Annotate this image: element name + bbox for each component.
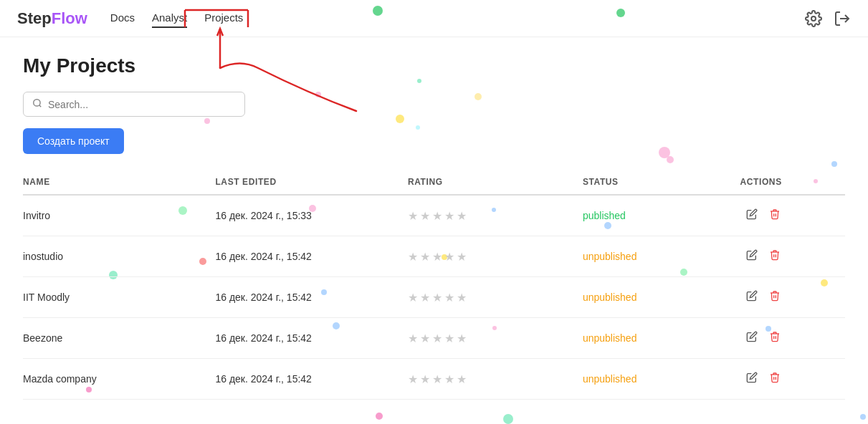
- star-icon[interactable]: ★: [408, 209, 418, 223]
- cell-edited: 16 дек. 2024 г., 15:42: [215, 236, 407, 277]
- page-title: My Projects: [23, 54, 845, 77]
- cell-edited: 16 дек. 2024 г., 15:33: [215, 195, 407, 236]
- search-container: [23, 92, 245, 117]
- star-icon[interactable]: ★: [457, 209, 467, 223]
- table-row: Invitro16 дек. 2024 г., 15:33★★★★★publis…: [23, 195, 845, 236]
- delete-button[interactable]: [763, 206, 786, 226]
- star-icon[interactable]: ★: [432, 209, 442, 223]
- edit-button[interactable]: [740, 287, 763, 307]
- star-icon[interactable]: ★: [457, 291, 467, 304]
- logo-step: Step: [17, 9, 52, 27]
- status-badge: unpublished: [583, 373, 637, 385]
- header-right: [805, 10, 851, 27]
- cell-name: IIT Moodly: [23, 277, 215, 318]
- settings-icon[interactable]: [805, 10, 822, 27]
- projects-table: NAME LAST EDITED RATING STATUS ACTIONS I…: [23, 171, 845, 400]
- star-icon[interactable]: ★: [420, 372, 430, 386]
- cell-status: published: [583, 195, 740, 236]
- delete-button[interactable]: [763, 328, 786, 348]
- star-icon[interactable]: ★: [408, 372, 418, 386]
- header: StepFlow Docs Analyst Projects: [0, 0, 868, 37]
- nav-item-analyst[interactable]: Analyst: [152, 9, 187, 28]
- edit-button[interactable]: [740, 246, 763, 266]
- star-icon[interactable]: ★: [408, 332, 418, 345]
- table-body: Invitro16 дек. 2024 г., 15:33★★★★★publis…: [23, 195, 845, 400]
- cell-name: Beezone: [23, 318, 215, 359]
- edit-button[interactable]: [740, 206, 763, 226]
- delete-button[interactable]: [763, 246, 786, 266]
- star-icon[interactable]: ★: [432, 250, 442, 264]
- star-icon[interactable]: ★: [444, 332, 454, 345]
- col-header-actions: ACTIONS: [740, 171, 845, 195]
- star-icon[interactable]: ★: [420, 291, 430, 304]
- star-icon[interactable]: ★: [457, 372, 467, 386]
- cell-actions: [740, 236, 845, 277]
- nav-item-projects[interactable]: Projects: [204, 9, 243, 28]
- star-icon[interactable]: ★: [444, 250, 454, 264]
- cell-actions: [740, 195, 845, 236]
- status-badge: unpublished: [583, 292, 637, 303]
- table-row: Mazda company16 дек. 2024 г., 15:42★★★★★…: [23, 359, 845, 400]
- nav: Docs Analyst Projects: [110, 9, 244, 28]
- star-icon[interactable]: ★: [457, 250, 467, 264]
- cell-rating: ★★★★★: [408, 277, 583, 318]
- star-icon[interactable]: ★: [457, 332, 467, 345]
- delete-button[interactable]: [763, 287, 786, 307]
- table-row: inostudio16 дек. 2024 г., 15:42★★★★★unpu…: [23, 236, 845, 277]
- table-row: Beezone16 дек. 2024 г., 15:42★★★★★unpubl…: [23, 318, 845, 359]
- cell-actions: [740, 277, 845, 318]
- cell-rating: ★★★★★: [408, 236, 583, 277]
- logo-flow: Flow: [52, 9, 87, 27]
- nav-item-docs[interactable]: Docs: [110, 9, 135, 28]
- star-icon[interactable]: ★: [420, 332, 430, 345]
- logo: StepFlow: [17, 9, 87, 28]
- svg-point-0: [811, 16, 816, 21]
- star-icon[interactable]: ★: [432, 291, 442, 304]
- status-badge: unpublished: [583, 251, 637, 262]
- main-content: My Projects Создать проект NAME LAST EDI…: [0, 37, 868, 417]
- table-row: IIT Moodly16 дек. 2024 г., 15:42★★★★★unp…: [23, 277, 845, 318]
- cell-status: unpublished: [583, 277, 740, 318]
- col-header-status: STATUS: [583, 171, 740, 195]
- search-icon: [32, 98, 42, 110]
- star-icon[interactable]: ★: [408, 291, 418, 304]
- cell-actions: [740, 318, 845, 359]
- col-header-rating: RATING: [408, 171, 583, 195]
- cell-actions: [740, 359, 845, 400]
- create-project-button[interactable]: Создать проект: [23, 128, 124, 154]
- cell-status: unpublished: [583, 236, 740, 277]
- cell-edited: 16 дек. 2024 г., 15:42: [215, 277, 407, 318]
- logout-icon[interactable]: [834, 10, 851, 27]
- cell-rating: ★★★★★: [408, 318, 583, 359]
- cell-edited: 16 дек. 2024 г., 15:42: [215, 359, 407, 400]
- star-icon[interactable]: ★: [408, 250, 418, 264]
- cell-name: Invitro: [23, 195, 215, 236]
- svg-point-3: [34, 100, 40, 106]
- star-icon[interactable]: ★: [432, 332, 442, 345]
- cell-status: unpublished: [583, 318, 740, 359]
- cell-rating: ★★★★★: [408, 195, 583, 236]
- star-icon[interactable]: ★: [444, 291, 454, 304]
- edit-button[interactable]: [740, 369, 763, 389]
- search-input[interactable]: [48, 99, 236, 110]
- status-badge: unpublished: [583, 332, 637, 344]
- star-icon[interactable]: ★: [444, 372, 454, 386]
- cell-rating: ★★★★★: [408, 359, 583, 400]
- edit-button[interactable]: [740, 328, 763, 348]
- status-badge: published: [583, 210, 626, 221]
- star-icon[interactable]: ★: [444, 209, 454, 223]
- col-header-edited: LAST EDITED: [215, 171, 407, 195]
- col-header-name: NAME: [23, 171, 215, 195]
- cell-status: unpublished: [583, 359, 740, 400]
- svg-line-4: [39, 105, 42, 107]
- star-icon[interactable]: ★: [420, 250, 430, 264]
- cell-name: inostudio: [23, 236, 215, 277]
- cell-name: Mazda company: [23, 359, 215, 400]
- delete-button[interactable]: [763, 369, 786, 389]
- star-icon[interactable]: ★: [432, 372, 442, 386]
- star-icon[interactable]: ★: [420, 209, 430, 223]
- cell-edited: 16 дек. 2024 г., 15:42: [215, 318, 407, 359]
- table-header: NAME LAST EDITED RATING STATUS ACTIONS: [23, 171, 845, 195]
